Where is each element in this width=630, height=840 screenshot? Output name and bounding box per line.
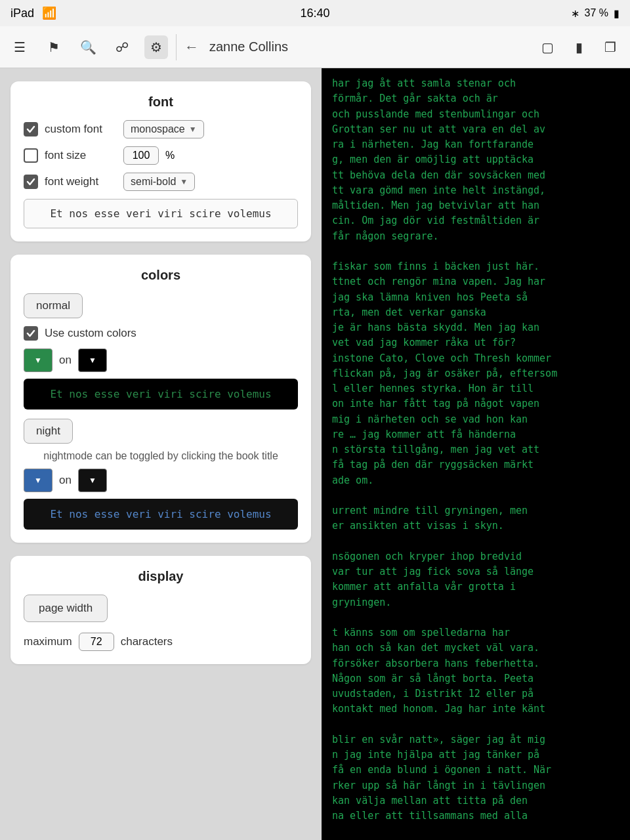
bluetooth-icon: ∗ — [571, 7, 579, 20]
font-weight-label: font weight — [45, 175, 117, 188]
toolbar: ☰ ⚑ 🔍 ☍ ⚙ ← zanne Collins ▢ ▮ ❐ — [0, 26, 630, 68]
night-mode-button[interactable]: night — [24, 419, 73, 444]
book-title[interactable]: zanne Collins — [209, 39, 288, 54]
wifi-icon: 📶 — [42, 6, 56, 20]
font-family-arrow: ▼ — [189, 125, 197, 134]
use-custom-colors-label: Use custom colors — [45, 327, 136, 340]
font-weight-row: font weight semi-bold ▼ — [24, 173, 298, 191]
nightmode-note: nightmode can be toggled by clicking the… — [24, 450, 298, 462]
font-section: font custom font monospace ▼ font size % — [10, 81, 311, 242]
bookmark-icon[interactable]: ⚑ — [42, 35, 66, 59]
menu-icon[interactable]: ☰ — [8, 35, 32, 59]
font-size-input[interactable] — [123, 146, 159, 165]
status-left: iPad 📶 — [10, 6, 56, 20]
night-color-preview: Et nos esse veri viri scire volemus — [24, 499, 298, 530]
ipad-label: iPad — [10, 7, 34, 20]
custom-font-label: custom font — [45, 123, 117, 136]
settings-icon[interactable]: ⚙ — [144, 35, 168, 59]
status-time: 16:40 — [300, 7, 329, 20]
status-right: ∗ 37 % ▮ — [571, 7, 620, 20]
back-arrow[interactable]: ← — [184, 39, 199, 56]
bookmark2-icon[interactable]: ▮ — [567, 35, 591, 59]
on-label-1: on — [59, 354, 72, 367]
colors-section-title: colors — [24, 268, 298, 283]
font-weight-arrow: ▼ — [180, 177, 188, 186]
normal-fg-arrow: ▼ — [34, 356, 42, 365]
night-bg-color-swatch[interactable]: ▼ — [78, 469, 107, 492]
night-fg-color-swatch[interactable]: ▼ — [24, 469, 52, 492]
use-custom-colors-row: Use custom colors — [24, 326, 298, 341]
custom-font-checkbox[interactable] — [24, 122, 38, 136]
settings-panel: font custom font monospace ▼ font size % — [0, 68, 322, 840]
normal-fg-color-swatch[interactable]: ▼ — [24, 348, 52, 372]
font-size-row: font size % — [24, 146, 298, 165]
characters-label: characters — [121, 635, 173, 648]
normal-bg-color-swatch[interactable]: ▼ — [78, 348, 107, 372]
font-section-title: font — [24, 94, 298, 110]
reading-view-icon[interactable]: ▢ — [536, 35, 559, 59]
custom-font-row: custom font monospace ▼ — [24, 120, 298, 138]
toolbar-separator — [176, 34, 177, 60]
font-family-dropdown[interactable]: monospace ▼ — [123, 120, 204, 138]
maximum-label: maximum — [24, 635, 72, 648]
use-custom-colors-checkbox[interactable] — [24, 326, 38, 341]
toolbar-left: ☰ ⚑ 🔍 ☍ ⚙ — [8, 35, 168, 59]
font-weight-checkbox[interactable] — [24, 175, 38, 189]
font-size-unit: % — [165, 150, 175, 161]
battery-icon: ▮ — [614, 7, 620, 20]
display-section: display page width maximum characters — [10, 556, 311, 664]
book-content: har jag åt att samla stenar och förmår. … — [332, 76, 620, 824]
night-fg-arrow: ▼ — [34, 476, 42, 485]
night-color-selector-row: ▼ on ▼ — [24, 469, 298, 492]
book-panel: har jag åt att samla stenar och förmår. … — [322, 68, 630, 840]
expand-icon[interactable]: ❐ — [598, 35, 622, 59]
on-label-2: on — [59, 474, 72, 487]
toolbar-right: ▢ ▮ ❐ — [536, 35, 622, 59]
normal-color-selector-row: ▼ on ▼ — [24, 348, 298, 372]
normal-mode-button[interactable]: normal — [24, 293, 83, 318]
colors-section: colors normal Use custom colors ▼ on ▼ — [10, 255, 311, 543]
comment-icon[interactable]: ☍ — [110, 35, 134, 59]
normal-color-preview: Et nos esse veri viri scire volemus — [24, 379, 298, 410]
max-chars-row: maximum characters — [24, 633, 298, 651]
font-size-label: font size — [45, 149, 117, 162]
normal-bg-arrow: ▼ — [89, 356, 96, 365]
night-bg-arrow: ▼ — [89, 476, 96, 485]
font-size-checkbox[interactable] — [24, 148, 38, 163]
search-icon[interactable]: 🔍 — [76, 35, 100, 59]
font-weight-value: semi-bold — [131, 176, 176, 188]
font-preview: Et nos esse veri viri scire volemus — [24, 199, 298, 228]
battery-label: 37 % — [585, 7, 608, 19]
font-weight-dropdown[interactable]: semi-bold ▼ — [123, 173, 195, 191]
max-chars-input[interactable] — [79, 633, 114, 651]
display-section-title: display — [24, 569, 298, 584]
status-bar: iPad 📶 16:40 ∗ 37 % ▮ — [0, 0, 630, 26]
font-family-value: monospace — [131, 123, 185, 135]
page-width-button[interactable]: page width — [24, 595, 108, 622]
main-layout: font custom font monospace ▼ font size % — [0, 68, 630, 840]
